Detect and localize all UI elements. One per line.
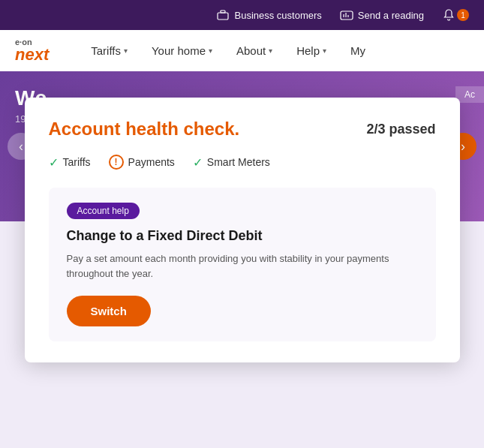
- payments-check-label: Payments: [128, 156, 175, 168]
- tariffs-check-label: Tariffs: [63, 156, 91, 168]
- payments-check-icon: !: [109, 155, 124, 170]
- modal-checks: ✓ Tariffs ! Payments ✓ Smart Meters: [49, 155, 436, 170]
- action-card: Account help Change to a Fixed Direct De…: [49, 188, 436, 341]
- card-title: Change to a Fixed Direct Debit: [67, 228, 418, 244]
- modal-header: Account health check. 2/3 passed: [49, 119, 436, 140]
- smart-meters-check-icon: ✓: [193, 155, 203, 170]
- tariffs-check: ✓ Tariffs: [49, 155, 91, 170]
- payments-check: ! Payments: [109, 155, 175, 170]
- card-tag: Account help: [67, 203, 140, 219]
- card-description: Pay a set amount each month providing yo…: [67, 251, 418, 281]
- smart-meters-check-label: Smart Meters: [207, 156, 270, 168]
- switch-button[interactable]: Switch: [67, 296, 151, 326]
- tariffs-check-icon: ✓: [49, 155, 59, 170]
- smart-meters-check: ✓ Smart Meters: [193, 155, 270, 170]
- health-check-modal: Account health check. 2/3 passed ✓ Tarif…: [25, 98, 460, 362]
- modal-title: Account health check.: [49, 119, 240, 140]
- modal-score: 2/3 passed: [366, 122, 435, 137]
- modal-overlay: Account health check. 2/3 passed ✓ Tarif…: [0, 0, 484, 448]
